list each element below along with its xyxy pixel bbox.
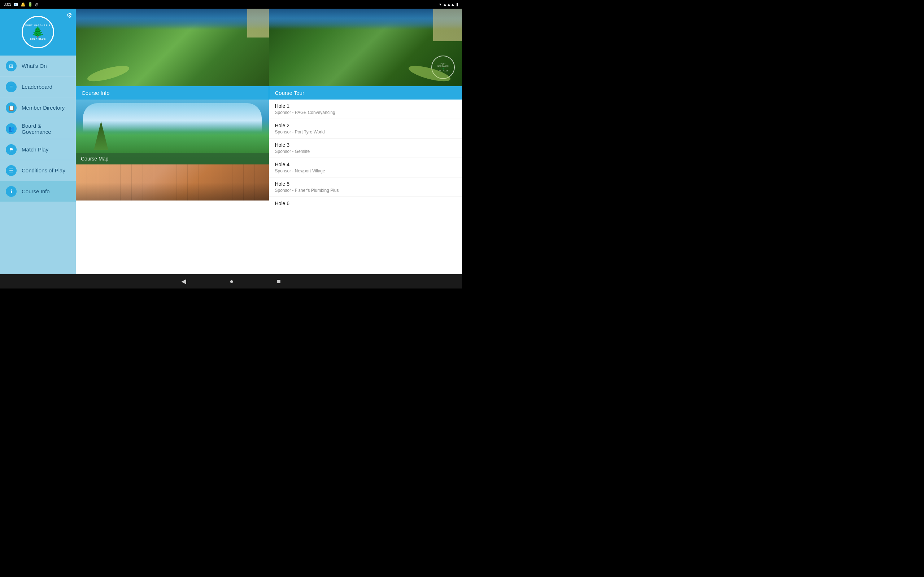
sidebar-item-member-directory[interactable]: 📋 Member Directory [0, 97, 76, 118]
hole-sponsor: Sponsor - Fisher's Plumbing Plus [275, 188, 457, 193]
board-governance-icon: 👥 [6, 123, 16, 134]
hole-sponsor: Sponsor - PAGE Conveyancing [275, 110, 457, 115]
signal-icon: ▲▲▲ [443, 2, 455, 6]
sidebar-item-board-governance[interactable]: 👥 Board & Governance [0, 118, 76, 139]
course-tour-panel: Course Tour Hole 1 Sponsor - PAGE Convey… [269, 86, 462, 274]
sidebar-item-label-match-play: Match Play [22, 147, 48, 153]
hole-name: Hole 4 [275, 161, 457, 167]
leaderboard-icon: ≡ [6, 82, 16, 92]
sidebar-item-label-whats-on: What's On [22, 63, 47, 69]
ocean-overlay-left [76, 9, 269, 29]
nav-bar: ◀ ● ■ [0, 274, 462, 288]
home-button[interactable]: ● [229, 278, 234, 285]
sidebar-item-label-conditions: Conditions of Play [22, 167, 65, 174]
sidebar-item-match-play[interactable]: ⚑ Match Play [0, 139, 76, 160]
hole-sponsor: Sponsor - Newport Village [275, 168, 457, 174]
sidebar-item-course-info[interactable]: ℹ Course Info [0, 181, 76, 202]
sidebar-item-leaderboard[interactable]: ≡ Leaderboard [0, 76, 76, 97]
back-button[interactable]: ◀ [181, 277, 186, 285]
status-bar-right: ▾ ▲▲▲ ▮ [439, 2, 459, 7]
hero-image-left [76, 9, 269, 86]
sidebar-item-label-course-info: Course Info [22, 188, 50, 194]
logo-tree-icon: 🌲 [31, 27, 44, 37]
sidebar: ⚙ PORT MACQUARIE 🌲 GOLF CLUB ⊞ What's On… [0, 9, 76, 274]
sidebar-header: ⚙ PORT MACQUARIE 🌲 GOLF CLUB [0, 9, 76, 56]
hole-sponsor: Sponsor - Gemlife [275, 149, 457, 154]
recent-button[interactable]: ■ [277, 278, 281, 285]
hole-name: Hole 5 [275, 181, 457, 187]
logo-inner: PORT MACQUARIE 🌲 GOLF CLUB [25, 24, 50, 40]
course-info-scroll[interactable]: Course Map [76, 100, 269, 274]
wifi-icon: ▾ [439, 2, 441, 7]
clubhouse-card[interactable] [76, 164, 269, 200]
app-container: ⚙ PORT MACQUARIE 🌲 GOLF CLUB ⊞ What's On… [0, 9, 462, 274]
sidebar-item-label-member-directory: Member Directory [22, 105, 65, 111]
hole-name: Hole 1 [275, 103, 457, 109]
course-tour-header: Course Tour [269, 86, 462, 100]
notification-icon2: 🔔 [21, 2, 26, 7]
battery-saver-icon: 🔋 [28, 2, 33, 7]
hole-name: Hole 3 [275, 142, 457, 148]
settings-icon[interactable]: ⚙ [66, 11, 72, 19]
hole-item[interactable]: Hole 1 Sponsor - PAGE Conveyancing [269, 100, 462, 119]
hole-list[interactable]: Hole 1 Sponsor - PAGE Conveyancing Hole … [269, 100, 462, 274]
member-directory-icon: 📋 [6, 102, 16, 113]
status-bar-left: 3:03 📧 🔔 🔋 ◎ [3, 2, 39, 7]
hole-item[interactable]: Hole 6 [269, 197, 462, 211]
match-play-icon: ⚑ [6, 144, 16, 155]
hero-image-right: PORTMACQUARIE🌲GOLF CLUB [269, 9, 462, 86]
whats-on-icon: ⊞ [6, 61, 16, 71]
pmgc-watermark: PORTMACQUARIE🌲GOLF CLUB [431, 56, 455, 79]
watermark-text: PORTMACQUARIE🌲GOLF CLUB [438, 63, 448, 72]
sidebar-item-conditions-of-play[interactable]: ☰ Conditions of Play [0, 160, 76, 181]
status-bar: 3:03 📧 🔔 🔋 ◎ ▾ ▲▲▲ ▮ [0, 0, 462, 9]
sidebar-item-whats-on[interactable]: ⊞ What's On [0, 56, 76, 76]
course-info-panel: Course Info Course Map [76, 86, 269, 274]
hero-area: PORTMACQUARIE🌲GOLF CLUB [76, 9, 462, 86]
course-map-label: Course Map [76, 153, 269, 164]
logo-bottom-text: GOLF CLUB [30, 38, 46, 40]
hole-name: Hole 2 [275, 122, 457, 128]
beach-strip-right [433, 9, 462, 41]
hole-item[interactable]: Hole 4 Sponsor - Newport Village [269, 158, 462, 177]
hole-sponsor: Sponsor - Port Tyre World [275, 129, 457, 134]
sidebar-item-label-board-governance: Board & Governance [22, 122, 70, 135]
hole-name: Hole 6 [275, 200, 457, 206]
beach-strip-left [247, 9, 269, 37]
time-display: 3:03 [3, 2, 11, 6]
sidebar-item-label-leaderboard: Leaderboard [22, 84, 52, 90]
hole-item[interactable]: Hole 5 Sponsor - Fisher's Plumbing Plus [269, 177, 462, 197]
main-content: PORTMACQUARIE🌲GOLF CLUB Course Info Cour… [76, 9, 462, 274]
content-panels: Course Info Course Map Course Tour Hole … [76, 86, 462, 274]
conditions-icon: ☰ [6, 165, 16, 176]
location-icon: ◎ [35, 2, 39, 7]
club-logo: PORT MACQUARIE 🌲 GOLF CLUB [22, 16, 54, 48]
hole-item[interactable]: Hole 3 Sponsor - Gemlife [269, 139, 462, 158]
course-map-card[interactable]: Course Map [76, 100, 269, 164]
course-info-header: Course Info [76, 86, 269, 100]
notification-icon1: 📧 [13, 2, 18, 7]
battery-icon: ▮ [456, 2, 459, 7]
course-info-icon: ℹ [6, 186, 16, 197]
hole-item[interactable]: Hole 2 Sponsor - Port Tyre World [269, 119, 462, 139]
